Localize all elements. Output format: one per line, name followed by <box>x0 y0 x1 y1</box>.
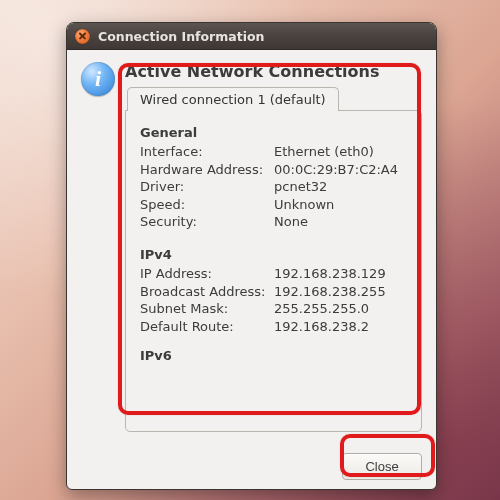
row-broadcast-address: Broadcast Address: 192.168.238.255 <box>140 284 407 299</box>
close-button[interactable]: Close <box>342 453 422 480</box>
label-default-route: Default Route: <box>140 319 274 334</box>
section-ipv6-title: IPv6 <box>140 348 407 363</box>
connection-information-window: Connection Information i Active Network … <box>66 22 437 490</box>
value-security: None <box>274 214 407 229</box>
value-subnet-mask: 255.255.255.0 <box>274 301 407 316</box>
value-speed: Unknown <box>274 197 407 212</box>
row-interface: Interface: Ethernet (eth0) <box>140 144 407 159</box>
value-driver: pcnet32 <box>274 179 407 194</box>
page-title: Active Network Connections <box>125 62 422 81</box>
tab-page: General Interface: Ethernet (eth0) Hardw… <box>125 110 422 432</box>
row-default-route: Default Route: 192.168.238.2 <box>140 319 407 334</box>
label-driver: Driver: <box>140 179 274 194</box>
info-icon: i <box>81 62 115 96</box>
window-title: Connection Information <box>98 29 265 44</box>
row-subnet-mask: Subnet Mask: 255.255.255.0 <box>140 301 407 316</box>
label-security: Security: <box>140 214 274 229</box>
connection-tabs: Wired connection 1 (default) General Int… <box>125 87 422 437</box>
section-general-title: General <box>140 125 407 140</box>
row-security: Security: None <box>140 214 407 229</box>
dialog-footer: Close <box>67 443 436 489</box>
value-default-route: 192.168.238.2 <box>274 319 407 334</box>
titlebar[interactable]: Connection Information <box>67 23 436 50</box>
tab-bar: Wired connection 1 (default) <box>125 87 422 111</box>
row-driver: Driver: pcnet32 <box>140 179 407 194</box>
row-ip-address: IP Address: 192.168.238.129 <box>140 266 407 281</box>
tab-wired-connection-1[interactable]: Wired connection 1 (default) <box>127 87 339 111</box>
value-ip-address: 192.168.238.129 <box>274 266 407 281</box>
value-interface: Ethernet (eth0) <box>274 144 407 159</box>
main-panel: Active Network Connections Wired connect… <box>125 60 422 437</box>
row-speed: Speed: Unknown <box>140 197 407 212</box>
row-hardware-address: Hardware Address: 00:0C:29:B7:C2:A4 <box>140 162 407 177</box>
close-icon[interactable] <box>75 29 90 44</box>
label-hardware-address: Hardware Address: <box>140 162 274 177</box>
label-subnet-mask: Subnet Mask: <box>140 301 274 316</box>
label-ip-address: IP Address: <box>140 266 274 281</box>
label-speed: Speed: <box>140 197 274 212</box>
label-interface: Interface: <box>140 144 274 159</box>
value-hardware-address: 00:0C:29:B7:C2:A4 <box>274 162 407 177</box>
window-content: i Active Network Connections Wired conne… <box>67 50 436 443</box>
label-broadcast-address: Broadcast Address: <box>140 284 274 299</box>
section-ipv4-title: IPv4 <box>140 247 407 262</box>
value-broadcast-address: 192.168.238.255 <box>274 284 407 299</box>
